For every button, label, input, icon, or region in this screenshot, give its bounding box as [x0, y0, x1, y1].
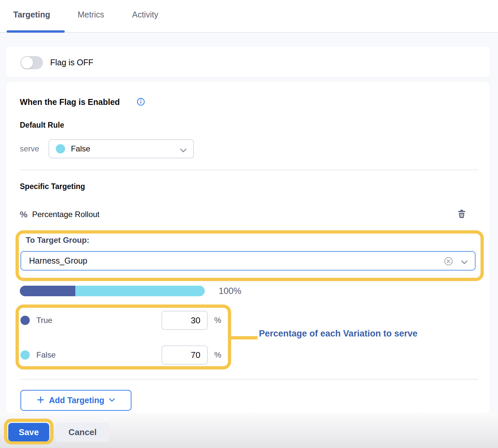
- target-group-combobox[interactable]: Harness_Group: [20, 251, 476, 271]
- flag-targeting-page: Targeting Metrics Activity Flag is OFF W…: [0, 0, 498, 448]
- target-group-value: Harness_Group: [29, 256, 87, 266]
- variation-false-label: False: [36, 350, 56, 360]
- bar-segment-true: [20, 286, 75, 296]
- variation-row-true: True %: [20, 311, 221, 330]
- target-group-label: To Target Group:: [26, 236, 89, 245]
- tab-bar: Targeting Metrics Activity: [0, 0, 498, 33]
- default-rule-heading: Default Rule: [20, 121, 64, 130]
- variation-true-dot: [20, 316, 30, 325]
- default-rule-row: serve False: [20, 139, 194, 158]
- variation-row-false: False %: [20, 345, 221, 365]
- variation-false-dot: [20, 350, 30, 360]
- add-targeting-label: Add Targeting: [49, 396, 104, 405]
- targeting-editor-card: When the Flag is Enabled Default Rule se…: [6, 82, 490, 412]
- variation-color-dot: [56, 144, 65, 153]
- section-divider: [20, 379, 478, 380]
- plus-icon: [37, 396, 44, 404]
- annotation-text: Percentage of each Variation to serve: [259, 329, 417, 339]
- flag-toggle[interactable]: [20, 56, 43, 69]
- variation-true-percent-input[interactable]: [161, 311, 208, 330]
- percentage-icon: %: [20, 209, 27, 220]
- chevron-down-icon: [109, 398, 115, 403]
- action-footer: Save Cancel: [0, 412, 498, 448]
- variation-false-percent-input[interactable]: [161, 345, 208, 365]
- flag-status-label: Flag is OFF: [50, 58, 93, 67]
- chevron-down-icon[interactable]: [461, 260, 468, 266]
- selected-variation-label: False: [71, 144, 90, 153]
- flag-status-card: Flag is OFF: [6, 47, 490, 77]
- variation-true-label: True: [36, 316, 52, 325]
- save-button[interactable]: Save: [8, 423, 49, 441]
- clear-selection-icon[interactable]: [444, 257, 453, 266]
- toggle-knob: [21, 56, 33, 69]
- info-icon[interactable]: [137, 98, 145, 106]
- tab-metrics-label: Metrics: [78, 10, 104, 19]
- rollout-distribution-bar: [20, 286, 205, 296]
- tab-activity-label: Activity: [132, 10, 158, 19]
- chevron-down-icon: [180, 148, 187, 154]
- active-tab-underline: [7, 30, 65, 33]
- specific-targeting-heading: Specific Targeting: [20, 182, 85, 191]
- default-variation-select[interactable]: False: [49, 139, 194, 158]
- rollout-rule-title: Percentage Rollout: [32, 210, 99, 219]
- cancel-button[interactable]: Cancel: [55, 423, 110, 442]
- section-divider: [20, 170, 478, 170]
- tab-targeting[interactable]: Targeting: [13, 10, 50, 19]
- add-targeting-button[interactable]: Add Targeting: [20, 390, 131, 411]
- annotation-connector-line: [231, 336, 258, 339]
- rollout-total-label: 100%: [219, 286, 241, 296]
- tab-targeting-label: Targeting: [13, 10, 50, 19]
- bar-segment-false: [75, 286, 205, 296]
- percentage-rollout-rule: % Percentage Rollout: [20, 209, 99, 220]
- delete-rule-trash-icon[interactable]: [457, 208, 467, 219]
- percent-suffix: %: [214, 316, 221, 325]
- percent-suffix: %: [214, 350, 221, 360]
- serve-label: serve: [20, 144, 39, 153]
- tab-activity[interactable]: Activity: [132, 10, 158, 19]
- section-title: When the Flag is Enabled: [20, 97, 120, 107]
- tab-metrics[interactable]: Metrics: [78, 10, 104, 19]
